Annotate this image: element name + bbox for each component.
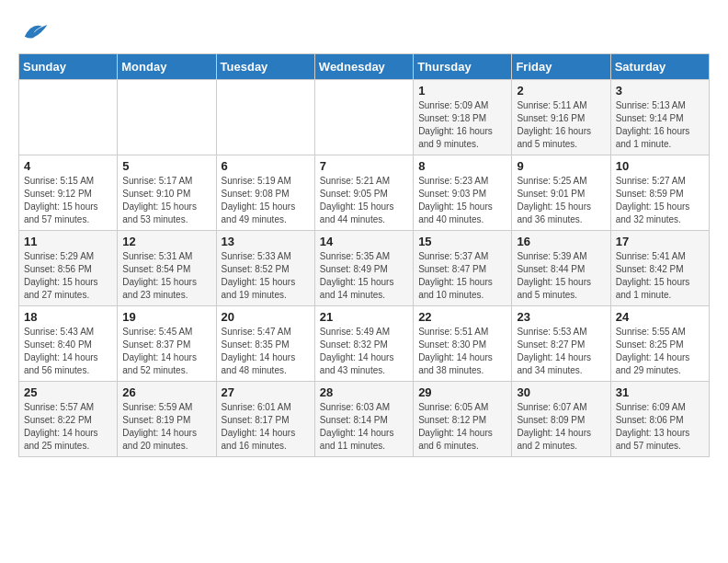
calendar-day-7: 7Sunrise: 5:21 AM Sunset: 9:05 PM Daylig…: [314, 155, 413, 231]
calendar-day-26: 26Sunrise: 5:59 AM Sunset: 8:19 PM Dayli…: [118, 382, 216, 457]
day-info: Sunrise: 5:47 AM Sunset: 8:35 PM Dayligh…: [222, 326, 310, 377]
day-info: Sunrise: 5:23 AM Sunset: 9:03 PM Dayligh…: [418, 175, 506, 226]
calendar-empty-cell: [216, 80, 314, 155]
day-number: 12: [122, 235, 210, 248]
day-header-tuesday: Tuesday: [216, 54, 314, 80]
calendar-day-13: 13Sunrise: 5:33 AM Sunset: 8:52 PM Dayli…: [216, 231, 314, 306]
day-number: 31: [616, 385, 704, 399]
calendar-week-row: 25Sunrise: 5:57 AM Sunset: 8:22 PM Dayli…: [19, 382, 710, 457]
calendar-day-22: 22Sunrise: 5:51 AM Sunset: 8:30 PM Dayli…: [414, 306, 512, 382]
day-info: Sunrise: 5:29 AM Sunset: 8:56 PM Dayligh…: [24, 250, 112, 302]
calendar-day-23: 23Sunrise: 5:53 AM Sunset: 8:27 PM Dayli…: [512, 306, 610, 382]
day-info: Sunrise: 5:49 AM Sunset: 8:32 PM Dayligh…: [320, 326, 408, 377]
calendar-day-8: 8Sunrise: 5:23 AM Sunset: 9:03 PM Daylig…: [414, 155, 512, 231]
calendar-day-6: 6Sunrise: 5:19 AM Sunset: 9:08 PM Daylig…: [216, 155, 314, 231]
day-number: 15: [418, 235, 506, 248]
calendar-day-21: 21Sunrise: 5:49 AM Sunset: 8:32 PM Dayli…: [314, 306, 413, 382]
calendar-header-row: SundayMondayTuesdayWednesdayThursdayFrid…: [19, 54, 710, 80]
calendar-day-12: 12Sunrise: 5:31 AM Sunset: 8:54 PM Dayli…: [118, 231, 216, 306]
calendar-day-10: 10Sunrise: 5:27 AM Sunset: 8:59 PM Dayli…: [610, 155, 709, 231]
calendar-table: SundayMondayTuesdayWednesdayThursdayFrid…: [18, 53, 710, 457]
day-header-monday: Monday: [118, 54, 216, 80]
calendar-day-4: 4Sunrise: 5:15 AM Sunset: 9:12 PM Daylig…: [19, 155, 118, 231]
calendar-day-1: 1Sunrise: 5:09 AM Sunset: 9:18 PM Daylig…: [414, 80, 512, 155]
calendar-day-9: 9Sunrise: 5:25 AM Sunset: 9:01 PM Daylig…: [512, 155, 610, 231]
day-number: 17: [616, 235, 704, 248]
day-header-sunday: Sunday: [19, 54, 118, 80]
day-number: 8: [418, 159, 506, 173]
day-header-friday: Friday: [512, 54, 610, 80]
day-number: 26: [122, 385, 210, 399]
day-number: 18: [24, 310, 112, 324]
day-number: 3: [616, 84, 704, 98]
day-info: Sunrise: 5:31 AM Sunset: 8:54 PM Dayligh…: [122, 250, 210, 302]
calendar-day-17: 17Sunrise: 5:41 AM Sunset: 8:42 PM Dayli…: [610, 231, 709, 306]
calendar-day-14: 14Sunrise: 5:35 AM Sunset: 8:49 PM Dayli…: [314, 231, 413, 306]
calendar-day-29: 29Sunrise: 6:05 AM Sunset: 8:12 PM Dayli…: [414, 382, 512, 457]
calendar-day-30: 30Sunrise: 6:07 AM Sunset: 8:09 PM Dayli…: [512, 382, 610, 457]
day-number: 21: [320, 310, 408, 324]
calendar-empty-cell: [118, 80, 216, 155]
logo: [18, 18, 49, 44]
calendar-day-25: 25Sunrise: 5:57 AM Sunset: 8:22 PM Dayli…: [19, 382, 118, 457]
day-number: 10: [616, 159, 704, 173]
calendar-empty-cell: [314, 80, 413, 155]
day-info: Sunrise: 6:03 AM Sunset: 8:14 PM Dayligh…: [320, 401, 408, 453]
day-header-thursday: Thursday: [414, 54, 512, 80]
day-info: Sunrise: 5:41 AM Sunset: 8:42 PM Dayligh…: [616, 250, 704, 302]
calendar-day-11: 11Sunrise: 5:29 AM Sunset: 8:56 PM Dayli…: [19, 231, 118, 306]
day-number: 29: [418, 385, 506, 399]
day-info: Sunrise: 5:55 AM Sunset: 8:25 PM Dayligh…: [616, 326, 704, 377]
calendar-day-2: 2Sunrise: 5:11 AM Sunset: 9:16 PM Daylig…: [512, 80, 610, 155]
day-info: Sunrise: 5:19 AM Sunset: 9:08 PM Dayligh…: [222, 175, 310, 226]
calendar-empty-cell: [19, 80, 118, 155]
day-info: Sunrise: 5:13 AM Sunset: 9:14 PM Dayligh…: [616, 99, 704, 151]
day-number: 5: [122, 159, 210, 173]
calendar-day-24: 24Sunrise: 5:55 AM Sunset: 8:25 PM Dayli…: [610, 306, 709, 382]
calendar-day-27: 27Sunrise: 6:01 AM Sunset: 8:17 PM Dayli…: [216, 382, 314, 457]
calendar-day-16: 16Sunrise: 5:39 AM Sunset: 8:44 PM Dayli…: [512, 231, 610, 306]
day-number: 4: [24, 159, 112, 173]
day-number: 27: [222, 385, 310, 399]
day-info: Sunrise: 6:07 AM Sunset: 8:09 PM Dayligh…: [517, 401, 605, 453]
day-number: 19: [122, 310, 210, 324]
calendar-day-15: 15Sunrise: 5:37 AM Sunset: 8:47 PM Dayli…: [414, 231, 512, 306]
calendar-day-28: 28Sunrise: 6:03 AM Sunset: 8:14 PM Dayli…: [314, 382, 413, 457]
day-info: Sunrise: 5:21 AM Sunset: 9:05 PM Dayligh…: [320, 175, 408, 226]
calendar-week-row: 4Sunrise: 5:15 AM Sunset: 9:12 PM Daylig…: [19, 155, 710, 231]
day-info: Sunrise: 5:37 AM Sunset: 8:47 PM Dayligh…: [418, 250, 506, 302]
day-header-wednesday: Wednesday: [314, 54, 413, 80]
day-info: Sunrise: 5:17 AM Sunset: 9:10 PM Dayligh…: [122, 175, 210, 226]
calendar-day-31: 31Sunrise: 6:09 AM Sunset: 8:06 PM Dayli…: [610, 382, 709, 457]
calendar-day-18: 18Sunrise: 5:43 AM Sunset: 8:40 PM Dayli…: [19, 306, 118, 382]
day-number: 11: [24, 235, 112, 248]
calendar-day-3: 3Sunrise: 5:13 AM Sunset: 9:14 PM Daylig…: [610, 80, 709, 155]
day-info: Sunrise: 5:45 AM Sunset: 8:37 PM Dayligh…: [122, 326, 210, 377]
day-number: 28: [320, 385, 408, 399]
day-info: Sunrise: 5:51 AM Sunset: 8:30 PM Dayligh…: [418, 326, 506, 377]
day-info: Sunrise: 5:27 AM Sunset: 8:59 PM Dayligh…: [616, 175, 704, 226]
day-info: Sunrise: 5:39 AM Sunset: 8:44 PM Dayligh…: [517, 250, 605, 302]
day-number: 2: [517, 84, 605, 98]
day-number: 7: [320, 159, 408, 173]
day-number: 14: [320, 235, 408, 248]
day-info: Sunrise: 5:59 AM Sunset: 8:19 PM Dayligh…: [122, 401, 210, 453]
day-number: 30: [517, 385, 605, 399]
calendar-week-row: 18Sunrise: 5:43 AM Sunset: 8:40 PM Dayli…: [19, 306, 710, 382]
day-info: Sunrise: 5:09 AM Sunset: 9:18 PM Dayligh…: [418, 99, 506, 151]
day-info: Sunrise: 5:57 AM Sunset: 8:22 PM Dayligh…: [24, 401, 112, 453]
calendar-day-19: 19Sunrise: 5:45 AM Sunset: 8:37 PM Dayli…: [118, 306, 216, 382]
day-header-saturday: Saturday: [610, 54, 709, 80]
day-number: 13: [222, 235, 310, 248]
day-number: 23: [517, 310, 605, 324]
logo-bird-icon: [21, 18, 49, 44]
day-info: Sunrise: 5:25 AM Sunset: 9:01 PM Dayligh…: [517, 175, 605, 226]
day-info: Sunrise: 5:33 AM Sunset: 8:52 PM Dayligh…: [222, 250, 310, 302]
day-info: Sunrise: 6:05 AM Sunset: 8:12 PM Dayligh…: [418, 401, 506, 453]
day-info: Sunrise: 5:43 AM Sunset: 8:40 PM Dayligh…: [24, 326, 112, 377]
day-number: 1: [418, 84, 506, 98]
calendar-day-5: 5Sunrise: 5:17 AM Sunset: 9:10 PM Daylig…: [118, 155, 216, 231]
page-header: [18, 18, 710, 44]
day-info: Sunrise: 5:53 AM Sunset: 8:27 PM Dayligh…: [517, 326, 605, 377]
calendar-day-20: 20Sunrise: 5:47 AM Sunset: 8:35 PM Dayli…: [216, 306, 314, 382]
